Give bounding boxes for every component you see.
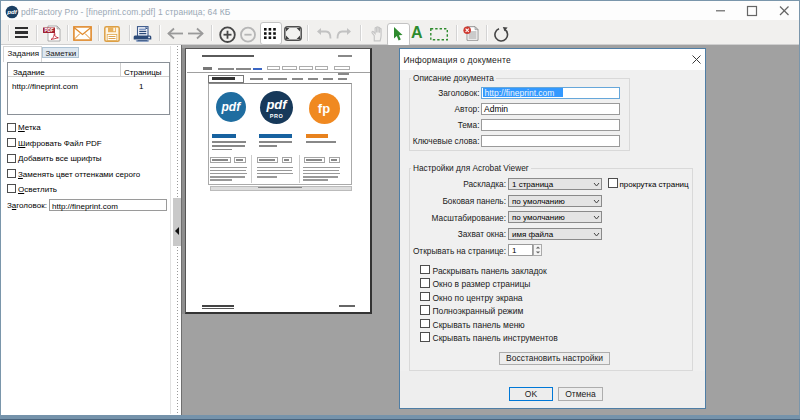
svg-text:PDF: PDF: [44, 28, 53, 33]
svg-text:pdf: pdf: [6, 8, 18, 15]
